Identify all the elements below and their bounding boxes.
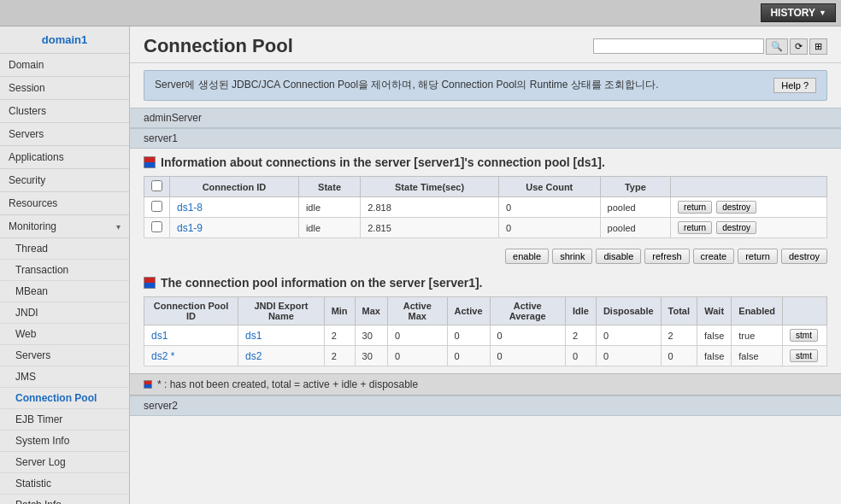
connection-id-link[interactable]: ds1-9 [177,222,203,234]
stmt-button-ds1[interactable]: stmt [790,329,818,342]
pool-section-title: The connection pool information on the s… [161,276,483,290]
history-button[interactable]: HISTORY ▼ [761,3,836,22]
col-header-idle: Idle [565,297,596,325]
disable-button[interactable]: disable [596,249,641,264]
sidebar-item-web[interactable]: Web [0,324,129,345]
pool-active: 0 [447,346,490,366]
sidebar-item-resources[interactable]: Resources [0,192,129,215]
content-area: Connection Pool 🔍 ⟳ ⊞ Server에 생성된 JDBC/J… [130,26,841,504]
sidebar-item-connection-pool[interactable]: Connection Pool [0,388,129,409]
destroy-action-button[interactable]: destroy [781,249,827,264]
connection-id-link[interactable]: ds1-8 [177,202,203,214]
search-button[interactable]: 🔍 [766,38,788,55]
sidebar-item-clusters[interactable]: Clusters [0,100,129,123]
pool-id-link-ds2[interactable]: ds2 * [151,350,174,362]
sidebar-item-server-log[interactable]: Server Log [0,452,129,473]
connection-state: idle [298,197,360,218]
pool-total: 2 [661,325,697,346]
sidebar-item-mbean[interactable]: MBean [0,281,129,302]
grid-button[interactable]: ⊞ [809,38,827,55]
connection-use-count: 0 [498,197,600,218]
col-header-use-count: Use Count [498,177,600,197]
sidebar-section-monitoring[interactable]: Monitoring ▾ [0,215,129,238]
main-layout: domain1 Domain Session Clusters Servers … [0,26,841,504]
help-button[interactable]: Help ? [773,78,816,93]
sidebar-item-applications[interactable]: Applications [0,146,129,169]
shrink-button[interactable]: shrink [552,249,592,264]
pool-idle: 2 [565,325,596,346]
table-row: ds2 * ds2 2 30 0 0 0 0 0 0 false false s… [144,346,827,366]
server2-label: server2 [144,400,178,412]
monitoring-chevron-icon: ▾ [116,222,121,231]
col-header-connection-id: Connection ID [170,177,299,197]
info-banner-text: Server에 생성된 JDBC/JCA Connection Pool을 제어… [155,78,765,92]
pool-active-max: 0 [388,325,448,346]
sidebar-item-transaction[interactable]: Transaction [0,260,129,281]
pool-disposable: 0 [596,325,661,346]
sidebar-item-security[interactable]: Security [0,169,129,192]
connections-section-title: Information about connections in the ser… [161,155,605,169]
search-input[interactable] [593,38,764,54]
sidebar-item-session[interactable]: Session [0,77,129,100]
col-header-min: Min [324,297,355,325]
admin-server-bar: adminServer [130,108,841,128]
sidebar-item-ejb-timer[interactable]: EJB Timer [0,409,129,431]
col-header-state-time: State Time(sec) [361,177,499,197]
pool-max: 30 [355,346,387,366]
pool-table: Connection Pool ID JNDI Export Name Min … [144,296,827,366]
destroy-button-ds1-9[interactable]: destroy [716,221,756,234]
refresh-button[interactable]: ⟳ [790,38,808,55]
domain-label[interactable]: domain1 [0,26,129,54]
row-checkbox[interactable] [151,221,162,232]
sidebar-item-thread[interactable]: Thread [0,238,129,260]
select-all-checkbox[interactable] [151,180,162,191]
admin-server-label: adminServer [144,112,202,124]
pool-max: 30 [355,325,387,346]
pool-flag-icon [144,277,156,289]
sidebar: domain1 Domain Session Clusters Servers … [0,26,130,504]
col-header-total: Total [661,297,697,325]
destroy-button-ds1-8[interactable]: destroy [716,201,756,214]
connections-action-row: enable shrink disable refresh create ret… [130,245,841,269]
connection-type: pooled [600,197,670,218]
sidebar-item-system-info[interactable]: System Info [0,431,129,452]
connection-state-time: 2.818 [361,197,499,218]
col-header-disposable: Disposable [596,297,661,325]
pool-table-wrap: Connection Pool ID JNDI Export Name Min … [130,293,841,373]
sidebar-item-servers-mon[interactable]: Servers [0,345,129,366]
col-header-stmt [783,297,827,325]
pool-id-link-ds1[interactable]: ds1 [151,330,168,342]
stmt-button-ds2[interactable]: stmt [790,349,818,362]
page-title: Connection Pool [144,35,293,57]
col-header-active-max: Active Max [388,297,448,325]
return-action-button[interactable]: return [738,249,778,264]
row-checkbox[interactable] [151,201,162,212]
note-bar: * : has not been created, total = active… [130,373,841,396]
jndi-link-ds2[interactable]: ds2 [245,350,262,362]
connection-actions: return destroy [671,218,827,238]
pool-active-avg: 0 [490,346,565,366]
sidebar-item-domain[interactable]: Domain [0,54,129,77]
top-bar: HISTORY ▼ [0,0,841,26]
sidebar-item-servers[interactable]: Servers [0,123,129,146]
sidebar-item-jndi[interactable]: JNDI [0,302,129,324]
col-header-active-avg: Active Average [490,297,565,325]
monitoring-label: Monitoring [9,220,56,232]
sidebar-item-jms[interactable]: JMS [0,366,129,388]
pool-wait: false [697,325,732,346]
return-button-ds1-8[interactable]: return [678,201,712,214]
table-row: ds1-8 idle 2.818 0 pooled return destroy [144,197,827,218]
col-header-pool-id: Connection Pool ID [144,297,238,325]
server2-bar: server2 [130,396,841,416]
pool-enabled: false [732,346,783,366]
pool-enabled: true [732,325,783,346]
refresh-action-button[interactable]: refresh [644,249,689,264]
create-button[interactable]: create [693,249,735,264]
pool-min: 2 [324,325,355,346]
sidebar-item-statistic[interactable]: Statistic [0,473,129,495]
sidebar-item-patch-info[interactable]: Patch Info [0,495,129,504]
note-flag-icon [144,380,152,389]
return-button-ds1-9[interactable]: return [678,221,712,234]
enable-button[interactable]: enable [505,249,549,264]
jndi-link-ds1[interactable]: ds1 [245,330,262,342]
